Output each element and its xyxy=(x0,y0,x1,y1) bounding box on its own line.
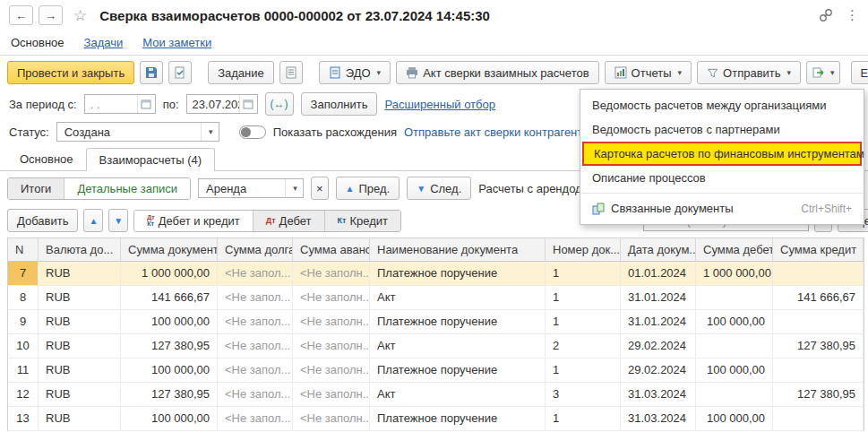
cell-doc-date: 31.03.2024 xyxy=(621,383,696,407)
clear-selection-button[interactable]: × xyxy=(311,177,329,200)
fill-button[interactable]: Заполнить xyxy=(301,92,378,116)
cell-amount: 100 000,00 xyxy=(121,407,218,431)
status-select[interactable]: Создана ▾ xyxy=(56,122,219,142)
segment-debit-and-credit[interactable]: ДтКт Дебет и кредит xyxy=(134,211,254,231)
prev-button[interactable]: ▲ Пред. xyxy=(336,177,400,200)
segment-credit[interactable]: Кт Кредит xyxy=(325,211,400,231)
edo-button[interactable]: ЭДО ▾ xyxy=(319,61,391,84)
col-doc-date: Дата докум... xyxy=(621,238,696,262)
save-icon xyxy=(145,66,158,79)
col-credit: Сумма кредит xyxy=(773,238,864,262)
table-row[interactable]: 10 RUB 127 380,95 <Не запол... <Не запол… xyxy=(8,334,864,359)
table-row[interactable]: 12 RUB 127 380,95 <Не запол... <Не запол… xyxy=(8,383,864,407)
menu-item-label: Ведомость расчетов между организациями xyxy=(592,99,827,112)
period-from-input[interactable]: . . xyxy=(84,94,156,114)
cell-currency: RUB xyxy=(39,310,121,334)
advanced-filter-link[interactable]: Расширенный отбор xyxy=(384,98,495,111)
back-button[interactable]: ← xyxy=(9,5,33,25)
save-button[interactable] xyxy=(140,61,163,84)
cell-advance: <Не заполн... xyxy=(293,262,370,286)
cell-doc-name: Акт xyxy=(370,334,546,359)
cell-doc-name: Платежное поручение xyxy=(370,262,546,286)
move-down-button[interactable]: ▼ xyxy=(108,209,128,232)
forward-button[interactable]: → xyxy=(39,5,63,25)
more-label: Еще xyxy=(861,66,868,80)
menu-item-linked-documents[interactable]: Связанные документы Ctrl+Shift+ xyxy=(580,196,864,220)
menu-item-statement-organizations[interactable]: Ведомость расчетов между организациями xyxy=(580,93,864,117)
menu-item-financial-instruments-card[interactable]: Карточка расчетов по финансовым инструме… xyxy=(582,142,862,166)
reports-button[interactable]: Отчеты ▾ xyxy=(605,61,692,84)
send-act-link[interactable]: Отправьте акт сверки контрагенту xyxy=(404,125,589,139)
favorite-star-icon[interactable]: ☆ xyxy=(73,6,87,25)
totals-segment[interactable]: Итоги xyxy=(8,178,64,199)
get-link-icon[interactable] xyxy=(819,8,833,22)
menu-item-label: Карточка расчетов по финансовым инструме… xyxy=(594,147,864,160)
create-based-on-button[interactable]: ▾ xyxy=(806,61,840,84)
chevron-down-icon[interactable]: ▾ xyxy=(285,179,303,197)
tab-settlements[interactable]: Взаиморасчеты (4) xyxy=(86,148,215,171)
table-row[interactable]: 11 RUB 100 000,00 <Не запол... <Не запол… xyxy=(8,359,864,383)
funnel-icon xyxy=(707,67,718,79)
menu-separator xyxy=(581,193,863,194)
period-to-input[interactable]: 23.07.2024 xyxy=(186,94,258,114)
table-row[interactable]: 8 RUB 141 666,67 <Не запол... <Не заполн… xyxy=(8,286,864,310)
cell-debit xyxy=(696,334,773,359)
col-amount: Сумма документа xyxy=(121,238,218,262)
cell-currency: RUB xyxy=(39,383,121,407)
cell-debit: 1 000 000,00 xyxy=(696,262,773,286)
report-icon xyxy=(614,66,627,79)
reconciliation-act-button[interactable]: Акт сверки взаимных расчетов xyxy=(396,61,598,84)
selection-value: Аренда xyxy=(199,182,285,195)
cell-currency: RUB xyxy=(39,359,121,383)
task-label: Задание xyxy=(218,66,264,80)
choose-period-button[interactable]: (↔) xyxy=(265,92,294,116)
journal-icon xyxy=(285,66,297,79)
create-based-on-icon xyxy=(812,66,824,79)
details-segment[interactable]: Детальные записи xyxy=(64,178,190,199)
cell-doc-num: 1 xyxy=(546,286,621,310)
cell-currency: RUB xyxy=(39,334,121,359)
chevron-down-icon: ▾ xyxy=(377,68,382,77)
task-button[interactable]: Задание xyxy=(208,61,274,84)
edo-label: ЭДО xyxy=(346,66,371,80)
reconciliation-act-label: Акт сверки взаимных расчетов xyxy=(423,66,589,80)
send-button[interactable]: Отправить ▾ xyxy=(697,61,801,84)
more-button[interactable]: Еще ▾ xyxy=(851,61,868,84)
add-row-button[interactable]: Добавить xyxy=(7,209,78,232)
post-and-close-button[interactable]: Провести и закрыть xyxy=(7,61,134,84)
tab-main[interactable]: Основное xyxy=(7,148,86,170)
cell-doc-date: 31.01.2024 xyxy=(621,310,696,334)
navtab-tasks[interactable]: Задачи xyxy=(84,36,124,49)
calendar-icon[interactable] xyxy=(137,95,155,113)
navtab-notes[interactable]: Мои заметки xyxy=(142,36,211,49)
selection-combo[interactable]: Аренда ▾ xyxy=(198,178,304,198)
segment-debit[interactable]: Дт Дебет xyxy=(254,211,325,231)
status-label: Статус: xyxy=(9,125,49,139)
cell-debit: 100 000,00 xyxy=(696,359,773,383)
next-label: След. xyxy=(430,182,461,195)
show-discrepancies-toggle[interactable] xyxy=(239,125,266,139)
col-n: N xyxy=(8,238,39,262)
table-row[interactable]: 9 RUB 100 000,00 <Не запол... <Не заполн… xyxy=(8,310,864,334)
menu-item-process-description[interactable]: Описание процессов xyxy=(580,166,864,190)
menu-item-statement-partners[interactable]: Ведомость расчетов с партнерами xyxy=(580,117,864,142)
credit-label: Кредит xyxy=(349,214,388,228)
cell-debt: <Не запол... xyxy=(218,334,293,359)
cell-credit: 127 380,95 xyxy=(773,383,864,407)
table-row[interactable]: 7 RUB 1 000 000,00 <Не запол... <Не запо… xyxy=(8,262,864,286)
next-button[interactable]: ▼ След. xyxy=(407,177,471,200)
calendar-icon[interactable] xyxy=(239,95,257,113)
more-actions-icon[interactable]: ⋮ xyxy=(846,7,859,23)
cell-n: 10 xyxy=(8,334,39,359)
cell-doc-date: 29.02.2024 xyxy=(621,359,696,383)
move-up-button[interactable]: ▲ xyxy=(83,209,103,232)
navtab-main[interactable]: Основное xyxy=(11,36,64,49)
send-label: Отправить xyxy=(723,66,780,80)
close-icon: × xyxy=(316,182,323,195)
chevron-down-icon[interactable]: ▾ xyxy=(201,123,219,141)
reports-label: Отчеты xyxy=(632,66,672,80)
table-row[interactable]: 13 RUB 100 000,00 <Не запол... <Не запол… xyxy=(8,407,864,431)
cell-doc-num: 1 xyxy=(546,359,621,383)
post-button[interactable] xyxy=(168,61,192,84)
journal-button[interactable] xyxy=(279,61,303,84)
